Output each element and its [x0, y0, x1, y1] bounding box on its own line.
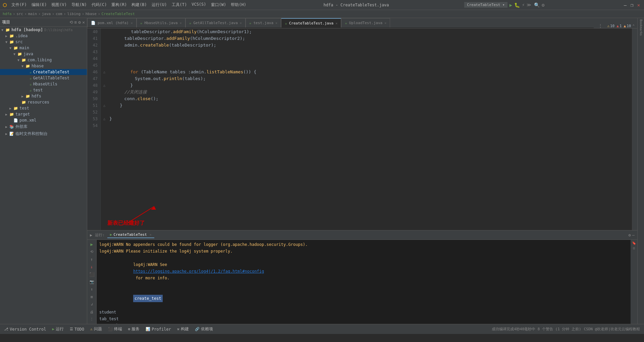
run-filter-icon[interactable]: ⊞	[88, 294, 96, 300]
menu-vcs[interactable]: VCS(S)	[190, 1, 208, 8]
tab-close-hbaseutils[interactable]: ✕	[180, 21, 182, 25]
tab-createtable[interactable]: ☕ CreateTableTest.java ✕	[281, 18, 341, 27]
warnings-counter[interactable]: ⚠ 10 ▲ 1 ▲ 10 ⌃	[607, 24, 635, 28]
problems-label: 问题	[94, 326, 102, 332]
run-more-icon[interactable]: ⋮	[88, 317, 96, 323]
tree-item-java[interactable]: ▼ 📁 java	[0, 51, 87, 57]
todo-button[interactable]: ☰ TODO	[67, 326, 87, 332]
tree-item-resources[interactable]: ▶ 📁 resources	[0, 99, 87, 105]
tree-item-pomxml[interactable]: ▶ 📄 pom.xml	[0, 117, 87, 123]
vcs-button[interactable]: ⎇ Version Control	[1, 326, 49, 332]
breadcrumb-project[interactable]: hdfa	[3, 12, 12, 16]
build-button[interactable]: ⚒ 构建	[174, 326, 192, 333]
terminal-button[interactable]: ⬛ 终端	[105, 326, 125, 333]
run-button[interactable]: ▶	[509, 2, 512, 8]
tab-hbaseutils[interactable]: ☕ HbaseUtils.java ✕	[137, 18, 185, 27]
window-controls[interactable]: — ❐ ✕	[623, 2, 641, 8]
code-line-50: conn.close();	[103, 95, 635, 102]
tree-item-test-class[interactable]: ▶ ☕ test	[0, 87, 87, 93]
tree-item-target[interactable]: ▶ 📁 target	[0, 111, 87, 117]
menu-run[interactable]: 运行(U)	[150, 1, 169, 8]
expand-warnings[interactable]: ⌃	[632, 24, 635, 28]
breadcrumb-class[interactable]: CreateTableTest	[102, 12, 135, 16]
coverage-button[interactable]: ⚡	[522, 2, 525, 7]
run-play-icon[interactable]: ▶	[88, 241, 96, 247]
settings-icon[interactable]: ⚙	[542, 2, 544, 8]
menu-view[interactable]: 视图(V)	[49, 1, 69, 8]
run-toolbar-button[interactable]: ▶ 运行	[49, 326, 66, 333]
run-tab-close[interactable]: ✕	[150, 233, 152, 236]
tree-item-scratch[interactable]: ▶ 📝 临时文件和控制台	[0, 130, 87, 137]
breadcrumb-main[interactable]: main	[28, 12, 37, 16]
editor-content[interactable]: 40 41 42 43 44 45 46 47 48 49 50 51 52 5…	[87, 28, 637, 230]
tab-close-createtable[interactable]: ✕	[335, 21, 337, 25]
breadcrumb-libing[interactable]: libing	[67, 12, 80, 16]
search-everywhere-icon[interactable]: 🔍	[534, 2, 540, 8]
sidebar-sync-icon[interactable]: ⟲	[69, 20, 73, 25]
sidebar-collapse-icon[interactable]: ≡	[74, 20, 77, 25]
run-camera-icon[interactable]: 📷	[88, 279, 96, 285]
menu-help[interactable]: 帮助(H)	[229, 1, 248, 8]
menu-edit[interactable]: 编辑(E)	[30, 1, 49, 8]
tree-item-hbaseutils[interactable]: ▶ ☕ HbaseUtils	[0, 81, 87, 87]
tree-item-hbase[interactable]: ▼ 📁 hbase	[0, 63, 87, 69]
tree-item-createtable[interactable]: ▶ ☕ CreateTableTest	[0, 69, 87, 75]
problems-button[interactable]: ⚠ 问题	[88, 326, 105, 333]
run-wrap-icon[interactable]: ↲	[88, 301, 96, 307]
tab-close-test[interactable]: ✕	[275, 21, 277, 25]
log4j-link[interactable]: https://logging.apache.org/log4j/1.2/faq…	[133, 269, 264, 274]
breadcrumb-com[interactable]: com	[56, 12, 62, 16]
tree-item-com[interactable]: ▼ 📁 com.libing	[0, 57, 87, 63]
run-down-icon[interactable]: ↓	[88, 264, 96, 270]
tab-more-button[interactable]: ⋮	[596, 23, 604, 28]
tree-item-src[interactable]: ▼ 📁 src	[0, 39, 87, 45]
tree-item-hdfs[interactable]: ▶ 📁 hdfs	[0, 93, 87, 99]
menu-navigate[interactable]: 导航(N)	[69, 1, 89, 8]
menu-window[interactable]: 窗口(W)	[209, 1, 228, 8]
console-output[interactable]: log4j:WARN No appenders could be found f…	[97, 240, 631, 324]
maximize-button[interactable]: ❐	[629, 2, 635, 8]
run-stop-icon[interactable]: ⬛	[88, 271, 96, 277]
tree-item-external-libs[interactable]: ▶ 📚 外部库	[0, 123, 87, 130]
menu-build[interactable]: 构建(B)	[129, 1, 149, 8]
tab-uploadtest[interactable]: ☕ UploadTest.java ✕	[341, 18, 390, 27]
run-rerun-icon[interactable]: ⟲	[88, 249, 96, 255]
breadcrumb-java[interactable]: java	[42, 12, 51, 16]
tab-pomxml[interactable]: 📄 pom.xml (hdfa) ✕	[87, 18, 137, 27]
sidebar-close-icon[interactable]: ✕	[82, 20, 85, 25]
minimize-button[interactable]: —	[623, 2, 628, 8]
minimize-panel-icon[interactable]: —	[632, 233, 635, 237]
run-config-selector[interactable]: CreateTableTest ▾	[464, 2, 507, 8]
run-print-icon[interactable]: 🖨	[88, 309, 96, 315]
dependencies-button[interactable]: 🔗 依赖项	[192, 326, 216, 333]
tree-item-idea[interactable]: ▶ 📁 .idea	[0, 33, 87, 39]
services-button[interactable]: ⚙ 服务	[125, 326, 143, 333]
menu-tools[interactable]: 工具(T)	[170, 1, 189, 8]
menu-refactor[interactable]: 重构(R)	[109, 1, 129, 8]
services-label: 服务	[131, 326, 140, 332]
menu-bar[interactable]: 文件(F) 编辑(E) 视图(V) 导航(N) 代码(C) 重构(R) 构建(B…	[9, 1, 248, 8]
tab-close-uploadtest[interactable]: ✕	[384, 21, 386, 25]
debug-button[interactable]: 🐛	[514, 2, 520, 8]
run-up-icon[interactable]: ↑	[88, 256, 96, 262]
breadcrumb-src[interactable]: src	[16, 12, 23, 16]
tree-item-test-dir[interactable]: ▶ 📁 test	[0, 105, 87, 111]
breadcrumb-hbase[interactable]: hbase	[86, 12, 97, 16]
run-tab-createtable[interactable]: ▶ CreateTableTest ✕	[107, 232, 154, 238]
tree-item-getalltable[interactable]: ▶ ☕ GetAllTableTest	[0, 75, 87, 81]
tab-test[interactable]: ☕ test.java ✕	[246, 18, 281, 27]
code-text[interactable]: tableDescriptor.addFamily(hColumnDescrip…	[101, 28, 637, 230]
menu-code[interactable]: 代码(C)	[90, 1, 109, 8]
sidebar-settings-icon[interactable]: ⚙	[78, 20, 81, 25]
settings-run-icon[interactable]: ⚙	[629, 233, 631, 237]
tree-item-hdfa[interactable]: ▼ 📁 hdfa [hadoop] D:\libing\hdfa	[0, 27, 87, 33]
tab-getalltable[interactable]: ☕ GetAllTableTest.java ✕	[185, 18, 246, 27]
more-run-button[interactable]: ≫	[527, 2, 531, 7]
profiler-button[interactable]: 📊 Profiler	[143, 326, 174, 332]
run-scroll-icon[interactable]: ↕	[88, 286, 96, 292]
tree-item-main[interactable]: ▼ 📁 main	[0, 45, 87, 51]
close-button[interactable]: ✕	[636, 2, 641, 8]
tab-close-getalltable[interactable]: ✕	[240, 21, 242, 25]
menu-file[interactable]: 文件(F)	[9, 1, 29, 8]
tab-close-pomxml[interactable]: ✕	[131, 21, 133, 25]
